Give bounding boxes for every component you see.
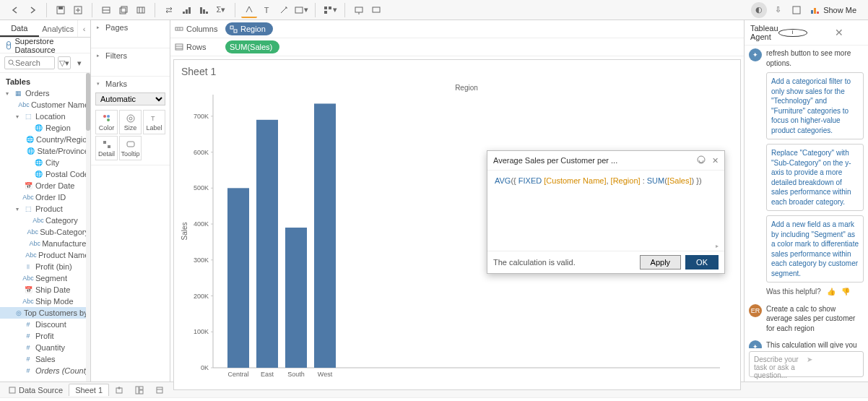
field-sub-category[interactable]: AbcSub-Category xyxy=(0,226,90,238)
rows-pill-sum-sales[interactable]: SUM(Sales) xyxy=(225,40,279,53)
totals-button[interactable]: Σ▾ xyxy=(213,2,229,18)
field-profit-bin-[interactable]: ⫴Profit (bin) xyxy=(0,261,90,272)
field-segment[interactable]: AbcSegment xyxy=(0,272,90,284)
pages-card-header[interactable]: ▸Pages xyxy=(91,20,170,35)
new-sheet-button[interactable] xyxy=(109,384,129,396)
show-cards-button[interactable]: ▾ xyxy=(321,2,339,18)
tab-analytics[interactable]: Analytics xyxy=(39,20,78,37)
download-button[interactable]: ⇩ xyxy=(770,2,786,18)
field-orders[interactable]: ▾▦Orders xyxy=(0,87,90,99)
agent-input[interactable]: Describe your task or ask a question... … xyxy=(749,351,864,377)
field-product-name[interactable]: AbcProduct Name xyxy=(0,249,90,261)
revert-button[interactable] xyxy=(70,2,86,18)
field-profit[interactable]: #Profit xyxy=(0,330,90,342)
field-orders-count-[interactable]: #Orders (Count) xyxy=(0,365,90,376)
fit-button[interactable]: ▾ xyxy=(293,2,309,18)
field-ship-date[interactable]: 📅Ship Date xyxy=(0,284,90,296)
calc-formula-editor[interactable]: AVG({ FIXED [Customer Name], [Region] : … xyxy=(487,171,724,243)
field-order-date[interactable]: 📅Order Date xyxy=(0,180,90,191)
svg-rect-41 xyxy=(234,30,237,33)
tab-data[interactable]: Data xyxy=(0,20,39,37)
comment-button[interactable] xyxy=(789,2,804,18)
text-button[interactable]: T xyxy=(259,2,274,18)
presentation-button[interactable] xyxy=(351,2,367,18)
swap-button[interactable] xyxy=(161,2,177,18)
search-input[interactable] xyxy=(15,59,51,67)
filters-card-header[interactable]: ▸Filters xyxy=(91,48,170,63)
mark-label[interactable]: TLabel xyxy=(143,110,165,134)
field-menu-button[interactable]: ▾ xyxy=(74,56,86,69)
columns-pill-region[interactable]: Region xyxy=(225,22,273,35)
send-icon[interactable]: ➤ xyxy=(807,355,859,363)
svg-rect-76 xyxy=(139,390,143,394)
field-state-province[interactable]: 🌐State/Province xyxy=(0,145,90,157)
field-discount[interactable]: #Discount xyxy=(0,319,90,330)
agent-close-button[interactable]: ✕ xyxy=(835,27,862,38)
datasource-tab[interactable]: Data Source xyxy=(3,384,69,396)
sheet1-tab[interactable]: Sheet 1 xyxy=(69,384,109,396)
sort-desc-button[interactable] xyxy=(196,2,212,18)
field-country-region[interactable]: 🌐Country/Region xyxy=(0,134,90,145)
redo-button[interactable] xyxy=(25,2,40,18)
svg-rect-77 xyxy=(157,387,162,393)
show-me-button[interactable]: Show Me xyxy=(807,4,859,17)
share-button[interactable] xyxy=(368,2,384,18)
agent-info-icon[interactable]: i xyxy=(778,29,807,37)
field-postal-code[interactable]: 🌐Postal Code xyxy=(0,168,90,180)
collapse-data-panel-button[interactable]: ‹ xyxy=(77,20,90,37)
calculation-dialog: Average Sales per Customer per ... ✕ AVG… xyxy=(487,150,725,274)
sort-asc-button[interactable] xyxy=(178,2,194,18)
calc-expand-icon[interactable] xyxy=(696,155,706,166)
save-button[interactable] xyxy=(53,2,69,18)
duplicate-button[interactable] xyxy=(116,2,131,18)
agent-suggestion-2[interactable]: Add a new field as a mark by including "… xyxy=(766,215,864,283)
sheet-title[interactable]: Sheet 1 xyxy=(178,64,736,82)
agent-suggestion-0[interactable]: Add a categorical filter to only show sa… xyxy=(766,72,864,139)
thumbs-down-icon[interactable]: 👎 xyxy=(841,287,850,297)
search-input-wrapper[interactable] xyxy=(4,56,55,69)
calc-close-icon[interactable]: ✕ xyxy=(712,156,719,165)
calc-caret-icon: ▸ xyxy=(487,243,724,251)
field-region[interactable]: 🌐Region xyxy=(0,122,90,134)
field-customer-name[interactable]: AbcCustomer Name xyxy=(0,99,90,111)
agent-suggestion-1[interactable]: Replace "Category" with "Sub-Category" o… xyxy=(766,144,864,211)
bar-south[interactable] xyxy=(285,228,307,368)
worksheet-canvas: Columns Region Rows SUM(Sales) Sheet 1 R… xyxy=(170,20,744,381)
thumbs-up-icon[interactable]: 👍 xyxy=(827,287,836,297)
mark-detail[interactable]: Detail xyxy=(95,136,118,160)
field-category[interactable]: AbcCategory xyxy=(0,215,90,226)
calc-ok-button[interactable]: OK xyxy=(685,255,719,270)
agent-response: This calculation will give you the avera… xyxy=(766,340,864,348)
bar-west[interactable] xyxy=(314,103,336,368)
undo-button[interactable] xyxy=(7,2,23,18)
clear-button[interactable] xyxy=(133,2,149,18)
calc-apply-button[interactable]: Apply xyxy=(640,255,682,270)
filter-fields-button[interactable]: ▽▾ xyxy=(58,56,71,69)
mark-size[interactable]: Size xyxy=(119,110,142,134)
field-manufacturer[interactable]: AbcManufacturer xyxy=(0,238,90,249)
format-button[interactable] xyxy=(276,2,292,18)
field-quantity[interactable]: #Quantity xyxy=(0,342,90,353)
field-order-id[interactable]: AbcOrder ID xyxy=(0,191,90,203)
mark-type-select[interactable]: Automatic xyxy=(95,92,165,105)
new-dashboard-button[interactable] xyxy=(129,384,149,396)
datasource-row[interactable]: Superstore Datasource xyxy=(0,38,90,53)
svg-text:T: T xyxy=(151,115,155,122)
field-sales[interactable]: #Sales xyxy=(0,353,90,365)
bar-east[interactable] xyxy=(256,120,278,368)
bar-central[interactable] xyxy=(227,188,249,368)
data-guide-button[interactable]: ◐ xyxy=(751,2,767,18)
field-top-customers-by-p-[interactable]: ◎Top Customers by P... xyxy=(0,307,90,319)
field-location[interactable]: ▾⬚Location xyxy=(0,111,90,122)
field-city[interactable]: 🌐City xyxy=(0,157,90,168)
field-ship-mode[interactable]: AbcShip Mode xyxy=(0,296,90,307)
mark-tooltip[interactable]: Tooltip xyxy=(119,136,142,160)
new-story-button[interactable] xyxy=(149,384,170,396)
highlight-button[interactable] xyxy=(241,2,257,18)
marks-card-header[interactable]: ▾Marks xyxy=(91,77,170,91)
mark-color[interactable]: Color xyxy=(95,110,118,134)
svg-text:Central: Central xyxy=(227,371,248,378)
new-worksheet-button[interactable] xyxy=(98,2,114,18)
data-panel-scrollbar[interactable] xyxy=(86,73,90,131)
field-product[interactable]: ▾⬚Product xyxy=(0,203,90,215)
